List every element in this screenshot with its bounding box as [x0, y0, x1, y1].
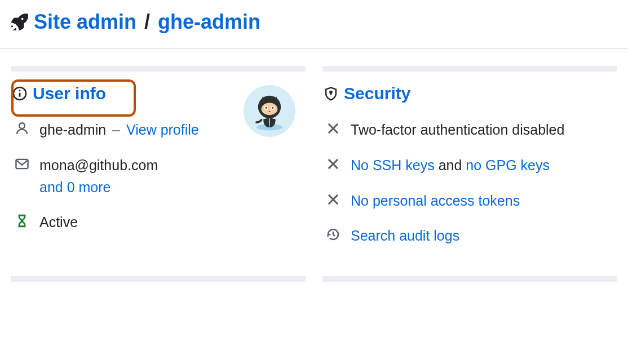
breadcrumb-header: Site admin / ghe-admin [0, 0, 628, 49]
breadcrumb-separator: / [144, 10, 150, 33]
hourglass-icon [15, 214, 29, 228]
svg-point-9 [272, 107, 273, 109]
dash: – [112, 122, 120, 137]
user-info-link[interactable]: User info [33, 84, 106, 103]
security-heading: Security [324, 84, 617, 103]
security-link[interactable]: Security [344, 84, 410, 103]
panels-container: User info ghe-admin [0, 49, 628, 282]
keys-row: No SSH keys and no GPG keys [322, 148, 617, 183]
no-gpg-keys-link[interactable]: no GPG keys [466, 157, 550, 173]
x-icon [326, 121, 340, 136]
person-icon [15, 121, 29, 136]
user-info-panel: User info ghe-admin [11, 66, 306, 282]
svg-point-8 [266, 107, 267, 109]
status-text: Active [39, 214, 78, 230]
breadcrumb-site-admin[interactable]: Site admin [34, 10, 136, 33]
security-panel: Security Two-factor authentication disab… [322, 66, 617, 282]
rocket-icon [11, 14, 28, 30]
avatar [244, 85, 295, 137]
audit-row: Search audit logs [322, 218, 617, 254]
search-audit-logs-link[interactable]: Search audit logs [351, 228, 459, 243]
email-row: mona@github.com and 0 more [11, 148, 306, 205]
and-word: and [439, 157, 462, 173]
svg-point-11 [19, 123, 25, 128]
two-factor-row: Two-factor authentication disabled [322, 112, 617, 148]
email-text: mona@github.com [39, 157, 158, 173]
status-row: Active [11, 205, 306, 240]
svg-point-3 [256, 124, 282, 131]
two-factor-text: Two-factor authentication disabled [351, 122, 564, 137]
history-icon [326, 227, 340, 242]
pat-row: No personal access tokens [322, 183, 617, 219]
breadcrumb-user[interactable]: ghe-admin [158, 10, 260, 33]
svg-point-13 [330, 91, 331, 93]
shield-icon [324, 86, 338, 101]
breadcrumb: Site admin / ghe-admin [34, 10, 260, 34]
x-icon [326, 157, 340, 171]
svg-point-2 [19, 90, 21, 91]
no-pat-link[interactable]: No personal access tokens [351, 193, 520, 208]
octocat-icon [249, 91, 290, 131]
mail-icon [15, 157, 29, 171]
view-profile-link[interactable]: View profile [126, 122, 199, 137]
svg-point-10 [269, 111, 271, 112]
svg-point-5 [262, 103, 278, 116]
no-ssh-keys-link[interactable]: No SSH keys [351, 157, 435, 173]
username-text: ghe-admin [39, 122, 106, 137]
email-more-link[interactable]: and 0 more [39, 179, 110, 195]
info-icon [12, 86, 27, 101]
x-icon [326, 192, 340, 207]
